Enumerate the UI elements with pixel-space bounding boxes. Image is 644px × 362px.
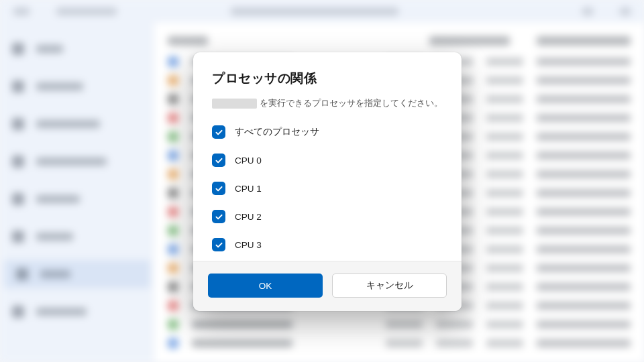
processor-option-cpu-2[interactable]: CPU 2 (212, 210, 262, 223)
processor-affinity-dialog: プロセッサの関係 を実行できるプロセッサを指定してください。 すべてのプロセッサ… (193, 52, 462, 311)
checkbox-icon[interactable] (212, 238, 225, 251)
processor-option-cpu-0[interactable]: CPU 0 (212, 154, 262, 167)
processor-option-label: すべてのプロセッサ (235, 126, 319, 138)
processor-option-cpu-3[interactable]: CPU 3 (212, 238, 262, 251)
cancel-button[interactable]: キャンセル (332, 274, 447, 298)
processor-option-label: CPU 3 (235, 240, 262, 250)
processor-option-all[interactable]: すべてのプロセッサ (212, 125, 319, 139)
dialog-description: を実行できるプロセッサを指定してください。 (212, 98, 443, 109)
checkbox-icon[interactable] (212, 125, 225, 139)
dialog-footer: OK キャンセル (193, 261, 462, 311)
dialog-title: プロセッサの関係 (212, 70, 443, 87)
processor-option-label: CPU 0 (235, 156, 262, 166)
ok-button[interactable]: OK (208, 274, 323, 298)
processor-option-label: CPU 1 (235, 184, 262, 194)
checkbox-icon[interactable] (212, 182, 225, 195)
processor-option-list: すべてのプロセッサCPU 0CPU 1CPU 2CPU 3 (212, 125, 443, 251)
processor-option-cpu-1[interactable]: CPU 1 (212, 182, 262, 195)
checkbox-icon[interactable] (212, 154, 225, 167)
process-name-redacted (212, 99, 257, 109)
checkbox-icon[interactable] (212, 210, 225, 223)
processor-option-label: CPU 2 (235, 212, 262, 222)
